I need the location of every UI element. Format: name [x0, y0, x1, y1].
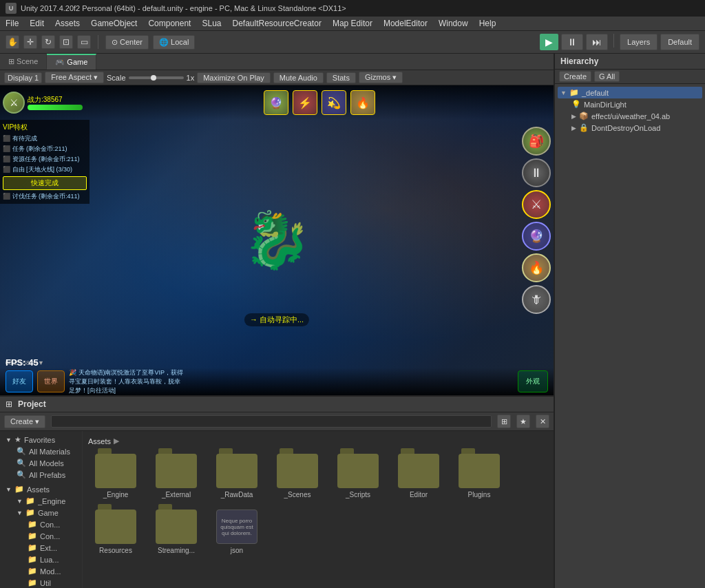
assets-folder-icon: 📁 [14, 485, 24, 494]
game-folder-icon: 📁 [25, 508, 35, 517]
engine-folder-item[interactable]: ▼ 📁 _Engine [14, 495, 79, 507]
chat-log: 🎉 天命物语)南溟悦激活了至尊VIP，获得 寻宝夏日时装套！人靠衣装马靠鞍，脱幸… [69, 368, 514, 395]
mute-audio-button[interactable]: Mute Audio [273, 72, 324, 83]
breadcrumb-assets[interactable]: Assets [88, 437, 111, 445]
stats-button[interactable]: Stats [326, 72, 356, 83]
fire-icon: 🔥 [522, 253, 551, 282]
pause-button[interactable]: ⏸ [561, 34, 583, 50]
editor-folder-icon [398, 454, 439, 488]
lua-folder-item[interactable]: 📁 Lua... [25, 554, 79, 565]
hierarchy-all-button[interactable]: G All [594, 71, 620, 82]
menu-mapeditor[interactable]: Map Editor [333, 19, 372, 28]
menu-modeleditor[interactable]: ModelEditor [383, 19, 428, 28]
main-layout: ⊞ Scene 🎮 Game Display 1 Free Aspect ▾ S… [0, 54, 705, 588]
favorites-header[interactable]: ▼ ★ Favorites [3, 434, 79, 445]
menu-assets[interactable]: Assets [55, 19, 80, 28]
all-prefabs-item[interactable]: 🔍 All Prefabs [14, 469, 79, 481]
project-content: ▼ ★ Favorites 🔍 All Materials 🔍 All Mode… [0, 431, 554, 588]
asset-json-file[interactable]: Neque porro quisquam est qui dolorem. js… [209, 507, 264, 557]
avatar-icon: ⚔ [3, 92, 25, 114]
local-button[interactable]: 🌐 Local [153, 35, 195, 50]
hierarchy-item-maindirlight[interactable]: 💡 MainDirLight [569, 98, 702, 110]
maximize-on-play-button[interactable]: Maximize On Play [197, 72, 271, 83]
hand-tool-button[interactable]: ✋ [6, 35, 19, 49]
menu-component[interactable]: Component [148, 19, 191, 28]
center-button[interactable]: ⊙ Center [105, 35, 149, 50]
rotate-tool-button[interactable]: ↻ [41, 35, 55, 49]
search-materials-icon: 🔍 [17, 447, 26, 456]
asset-engine-folder[interactable]: _Engine [88, 451, 143, 501]
asset-rawdata-folder[interactable]: _RawData [209, 451, 264, 501]
bottom-icon-2: 世界 [37, 370, 65, 392]
favorites-star-icon: ★ [14, 435, 21, 444]
move-tool-button[interactable]: ✛ [23, 35, 37, 49]
con2-folder-item[interactable]: 📁 Con... [25, 530, 79, 542]
weather-package-icon: 📦 [579, 112, 589, 120]
scene-icon: ⊞ [8, 57, 14, 65]
project-filter-button[interactable]: ★ [516, 414, 530, 428]
scale-slider[interactable] [129, 76, 184, 79]
mod-folder-icon: 📁 [28, 567, 37, 576]
menu-defaultresource[interactable]: DefaultResourceCreator [232, 19, 321, 28]
quest-item-2: ⬛ 任务 (剩余金币:211) [3, 145, 87, 154]
skill-icon-2: ⚡ [293, 90, 317, 115]
menu-edit[interactable]: Edit [30, 19, 44, 28]
all-models-item[interactable]: 🔍 All Models [14, 457, 79, 469]
title-bar: U Unity 2017.4.20f2 Personal (64bit) - d… [0, 0, 705, 17]
top-hud: ⚔ 战力:38567 🔮 ⚡ 💫 [0, 85, 554, 120]
asset-resources-folder[interactable]: Resources [88, 507, 143, 557]
util-folder-item[interactable]: 📁 Util [25, 577, 79, 588]
con1-folder-item[interactable]: 📁 Con... [25, 518, 79, 530]
step-button[interactable]: ⏭ [586, 34, 608, 50]
quest-item-1: ⬛ 有待完成 [3, 134, 87, 143]
hierarchy-item-default[interactable]: ▼ 📁 _default [558, 87, 702, 98]
mod-folder-item[interactable]: 📁 Mod... [25, 565, 79, 577]
hierarchy-toolbar: Create G All [555, 70, 705, 84]
scene-tab[interactable]: ⊞ Scene [0, 54, 47, 69]
rect-tool-button[interactable]: ▭ [77, 35, 91, 49]
quest-item-5: ⬛ 讨伐任务 (剩余金币:411) [3, 192, 87, 201]
display-select[interactable]: Display 1 [4, 72, 42, 83]
game-folder-item[interactable]: ▼ 📁 Game [14, 507, 79, 518]
asset-editor-folder[interactable]: Editor [391, 451, 446, 501]
quick-complete-btn[interactable]: 快速完成 [3, 176, 87, 190]
menu-gameobject[interactable]: GameObject [91, 19, 137, 28]
hang-icon: ⏸ [522, 158, 551, 187]
default-folder-icon: 📁 [569, 88, 579, 97]
favorites-toggle-icon: ▼ [6, 437, 12, 443]
menu-window[interactable]: Window [439, 19, 468, 28]
project-settings-button[interactable]: ✕ [536, 414, 549, 428]
gizmos-button[interactable]: Gizmos ▾ [359, 72, 403, 83]
project-create-button[interactable]: Create ▾ [4, 415, 45, 428]
scale-tool-button[interactable]: ⊡ [59, 35, 73, 49]
game-tab[interactable]: 🎮 Game [47, 54, 96, 70]
menu-slua[interactable]: SLua [202, 19, 221, 28]
chat-line-2: 寻宝夏日时装套！人靠衣装马靠鞍，脱幸 [69, 377, 514, 386]
menu-help[interactable]: Help [479, 19, 496, 28]
fps-label: FPS: 45 [6, 357, 39, 368]
aspect-select[interactable]: Free Aspect ▾ [45, 72, 104, 83]
assets-header[interactable]: ▼ 📁 Assets [3, 483, 79, 495]
top-icons-row: 🔮 ⚡ 💫 🔥 [88, 90, 551, 115]
hierarchy-item-weather[interactable]: ▶ 📦 effect/ui/weather_04.ab [569, 110, 702, 122]
scale-slider-thumb[interactable] [151, 75, 156, 81]
layout-button[interactable]: Default [660, 34, 699, 50]
all-materials-item[interactable]: 🔍 All Materials [14, 445, 79, 457]
default-arrow-icon: ▼ [560, 90, 567, 96]
asset-external-folder[interactable]: _External [149, 451, 204, 501]
asset-scenes-folder[interactable]: _Scenes [270, 451, 325, 501]
streaming-folder-icon [156, 510, 197, 544]
play-button[interactable]: ▶ [540, 34, 558, 50]
scripts-folder-icon [337, 454, 379, 488]
project-view-toggle[interactable]: ⊞ [497, 414, 511, 428]
game-icon: 🎮 [55, 58, 65, 66]
menu-file[interactable]: File [6, 19, 19, 28]
asset-plugins-folder[interactable]: Plugins [452, 451, 507, 501]
asset-streaming-folder[interactable]: Streaming... [149, 507, 204, 557]
ext-folder-item[interactable]: 📁 Ext... [25, 542, 79, 554]
hierarchy-create-button[interactable]: Create [559, 71, 591, 82]
project-search-input[interactable] [51, 415, 492, 428]
hierarchy-item-dontdestroy[interactable]: ▶ 🔒 DontDestroyOnLoad [569, 122, 702, 134]
layers-button[interactable]: Layers [620, 34, 657, 50]
asset-scripts-folder[interactable]: _Scripts [330, 451, 386, 501]
